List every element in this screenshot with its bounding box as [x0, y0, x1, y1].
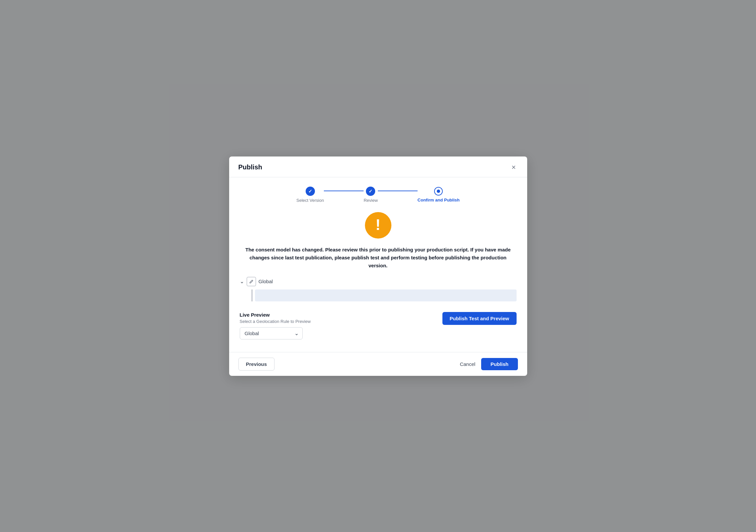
footer-right: Cancel Publish [460, 358, 518, 370]
modal-footer: Previous Cancel Publish [229, 352, 527, 376]
warning-exclamation-icon: ! [376, 217, 380, 232]
warning-text: The consent model has changed. Please re… [240, 246, 517, 270]
publish-modal: Publish × Select Version [229, 156, 527, 376]
tree-child-content [255, 289, 517, 301]
previous-button[interactable]: Previous [238, 358, 275, 371]
step-circle-confirm-publish [434, 187, 443, 196]
modal-header: Publish × [229, 156, 527, 177]
geo-select[interactable]: Global [240, 327, 303, 339]
live-preview-subtitle: Select a Geolocation Rule to Preview [240, 319, 311, 324]
edit-icon [249, 279, 254, 284]
chevron-down-icon[interactable]: ⌄ [240, 278, 244, 285]
tree-child-row [252, 289, 517, 301]
geo-select-wrapper: Global ⌄ [240, 327, 303, 339]
step-confirm-publish: Confirm and Publish [418, 187, 460, 202]
live-preview-left: Live Preview Select a Geolocation Rule t… [240, 312, 311, 339]
publish-test-preview-button[interactable]: Publish Test and Preview [442, 312, 517, 325]
publish-button[interactable]: Publish [481, 358, 518, 370]
modal-body: Select Version Review Confirm and [229, 177, 527, 352]
edit-icon-box[interactable] [247, 277, 256, 286]
modal-overlay: Publish × Select Version [0, 0, 756, 532]
step-line-2 [378, 191, 418, 191]
tree-root-label: Global [259, 279, 273, 284]
checkmark-icon-2 [369, 189, 373, 194]
warning-section: ! [240, 212, 517, 239]
step-circle-review [366, 187, 375, 196]
modal-title: Publish [238, 163, 262, 171]
step-label-select-version: Select Version [296, 198, 324, 203]
step-label-review: Review [364, 198, 378, 203]
step-label-confirm-publish: Confirm and Publish [418, 198, 460, 202]
step-select-version: Select Version [296, 187, 324, 203]
warning-icon-circle: ! [365, 212, 391, 239]
cancel-button[interactable]: Cancel [460, 361, 476, 367]
live-preview-title: Live Preview [240, 312, 311, 318]
step-circle-inner [437, 190, 440, 193]
live-preview-section: Live Preview Select a Geolocation Rule t… [240, 309, 517, 339]
tree-root-row: ⌄ Global [240, 277, 517, 286]
tree-section: ⌄ Global [240, 277, 517, 301]
step-circle-select-version [306, 187, 315, 196]
tree-vertical-line [252, 289, 252, 301]
step-line-1 [324, 191, 364, 191]
close-button[interactable]: × [510, 163, 518, 172]
step-review: Review [364, 187, 378, 203]
stepper: Select Version Review Confirm and [240, 187, 517, 203]
checkmark-icon [308, 189, 312, 194]
